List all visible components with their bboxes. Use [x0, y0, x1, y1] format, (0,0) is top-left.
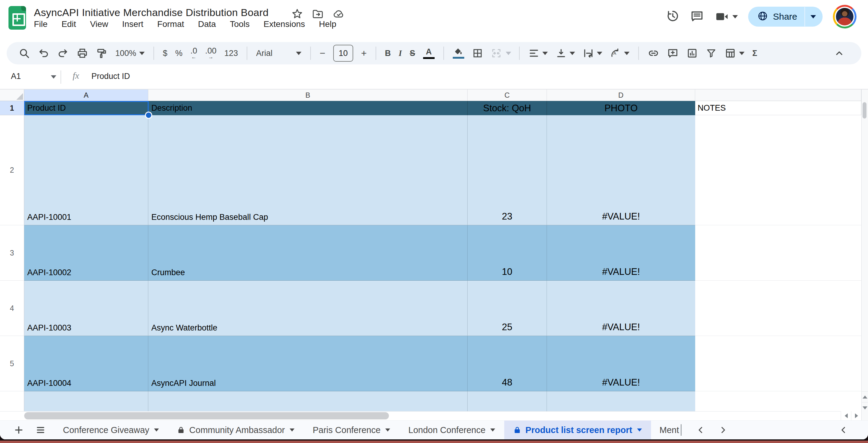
menu-tools[interactable]: Tools [230, 19, 249, 29]
sheets-logo-icon[interactable] [8, 6, 26, 30]
decrease-font-button[interactable]: − [319, 48, 326, 59]
fill-handle[interactable] [145, 111, 152, 119]
cell-c4[interactable]: 25 [468, 281, 547, 336]
cell-d3[interactable]: #VALUE! [547, 225, 695, 281]
sheet-tab-menu-icon[interactable] [154, 429, 159, 432]
decrease-decimal-button[interactable]: .0 ← [190, 47, 197, 60]
filter-icon[interactable] [706, 48, 717, 59]
cell-c6-partial[interactable] [468, 391, 547, 411]
sheet-tab-overflow[interactable]: Ment [659, 421, 682, 439]
cell-c3[interactable]: 10 [468, 225, 547, 281]
menu-file[interactable]: File [34, 19, 48, 29]
text-wrap-icon[interactable] [583, 48, 602, 59]
cell-d6-partial[interactable] [547, 391, 695, 411]
column-header-a[interactable]: A [24, 90, 148, 101]
menu-help[interactable]: Help [319, 19, 337, 29]
insert-comment-icon[interactable] [667, 47, 679, 59]
menu-edit[interactable]: Edit [61, 19, 76, 29]
italic-button[interactable]: I [399, 49, 402, 58]
borders-icon[interactable] [472, 48, 483, 59]
column-header-b[interactable]: B [148, 90, 468, 101]
sheet-tab-london-conference[interactable]: London Conference [399, 421, 504, 439]
cell-d1[interactable]: PHOTO [547, 101, 695, 115]
cell-b4[interactable]: Async Waterbottle [148, 281, 468, 336]
notes-column-cell[interactable] [695, 115, 861, 225]
font-family-select[interactable]: Arial [256, 49, 302, 58]
row-header-3[interactable]: 3 [0, 225, 24, 281]
font-size-input[interactable]: 10 [333, 45, 353, 62]
scroll-left-button[interactable] [841, 411, 851, 420]
menu-extensions[interactable]: Extensions [264, 19, 305, 29]
strikethrough-button[interactable]: S [410, 49, 415, 58]
menu-data[interactable]: Data [198, 19, 216, 29]
name-box-caret-icon[interactable] [51, 75, 56, 79]
cell-e1[interactable]: NOTES [695, 101, 861, 115]
comments-icon[interactable] [690, 9, 704, 24]
column-header-e[interactable] [695, 90, 861, 101]
print-icon[interactable] [76, 47, 88, 59]
vertical-scrollbar[interactable] [861, 90, 868, 420]
scroll-right-button[interactable] [851, 411, 861, 420]
share-button[interactable]: Share [748, 7, 823, 27]
menu-insert[interactable]: Insert [122, 19, 144, 29]
cell-d4[interactable]: #VALUE! [547, 281, 695, 336]
vertical-scrollbar-thumb[interactable] [863, 102, 867, 118]
format-percent-button[interactable]: % [175, 49, 183, 58]
video-call-caret-icon[interactable] [733, 15, 738, 19]
prev-tabs-icon[interactable] [695, 421, 706, 439]
cell-d2[interactable]: #VALUE! [547, 115, 695, 225]
horizontal-align-icon[interactable] [528, 48, 548, 59]
menu-view[interactable]: View [90, 19, 108, 29]
show-side-panel-icon[interactable] [838, 421, 849, 439]
horizontal-scrollbar-thumb[interactable] [24, 412, 389, 419]
notes-column-cell[interactable] [695, 281, 861, 336]
cell-b3[interactable]: Crumbee [148, 225, 468, 281]
row-header-4[interactable]: 4 [0, 281, 24, 336]
next-tabs-icon[interactable] [718, 421, 728, 439]
cell-a5[interactable]: AAPI-10004 [24, 336, 148, 391]
format-currency-button[interactable]: $ [163, 49, 167, 58]
sheet-tab-product-list-screen-report[interactable]: Product list screen report [504, 421, 651, 439]
cell-b1[interactable]: Description [148, 101, 468, 115]
cell-b2[interactable]: Econscious Hemp Baseball Cap [148, 115, 468, 225]
text-color-button[interactable]: A [423, 48, 435, 59]
cell-d5[interactable]: #VALUE! [547, 336, 695, 391]
share-dropdown-icon[interactable] [810, 15, 816, 19]
sheet-tab-menu-icon[interactable] [490, 429, 495, 432]
fill-color-button[interactable] [453, 48, 464, 59]
sheet-tab-menu-icon[interactable] [385, 429, 390, 432]
sheet-tab-menu-icon[interactable] [290, 429, 294, 432]
cell-c5[interactable]: 48 [468, 336, 547, 391]
number-format-button[interactable]: 123 [224, 49, 238, 58]
row-header-5[interactable]: 5 [0, 336, 24, 391]
merge-cells-caret-icon[interactable] [506, 52, 511, 55]
cell-a6-partial[interactable] [24, 391, 148, 411]
vertical-align-icon[interactable] [556, 48, 575, 59]
notes-column-cell[interactable] [695, 336, 861, 391]
select-all-corner[interactable] [0, 90, 24, 101]
document-title[interactable]: AsyncAPI Initiative Merchandise Distribu… [34, 7, 269, 19]
merge-cells-icon[interactable] [491, 48, 502, 59]
collapse-toolbar-icon[interactable] [834, 48, 844, 58]
notes-column-cell[interactable] [695, 225, 861, 281]
cell-b6-partial[interactable] [148, 391, 468, 411]
increase-font-button[interactable]: + [361, 48, 367, 59]
formula-input[interactable]: Product ID [91, 72, 130, 81]
column-header-c[interactable]: C [468, 90, 547, 101]
add-sheet-icon[interactable] [13, 421, 24, 439]
menu-format[interactable]: Format [157, 19, 184, 29]
insert-chart-icon[interactable] [686, 47, 698, 59]
sheet-tab-paris-conference[interactable]: Paris Conference [304, 421, 399, 439]
scroll-down-button[interactable] [861, 402, 868, 413]
row-header-2[interactable]: 2 [0, 115, 24, 225]
zoom-select[interactable]: 100% [115, 49, 145, 58]
bold-button[interactable]: B [385, 49, 391, 58]
name-box[interactable]: A1 [11, 72, 21, 81]
cell-c1[interactable]: Stock: QoH [468, 101, 547, 115]
column-header-d[interactable]: D [547, 90, 695, 101]
cell-c2[interactable]: 23 [468, 115, 547, 225]
paint-format-icon[interactable] [96, 47, 107, 59]
undo-icon[interactable] [38, 47, 49, 59]
redo-icon[interactable] [57, 47, 69, 59]
text-rotation-icon[interactable]: A [610, 48, 629, 59]
